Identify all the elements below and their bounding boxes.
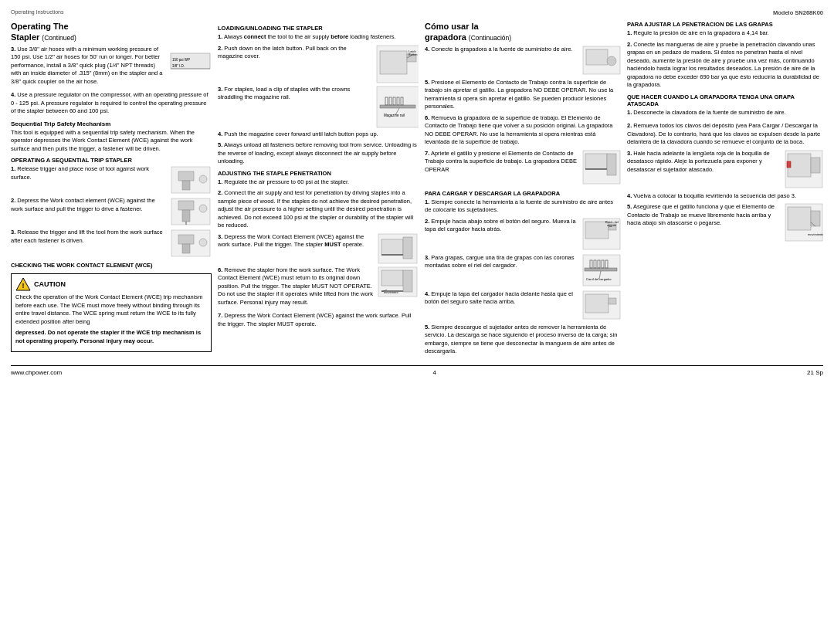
section-title-left: Operating The Stapler (Continued) xyxy=(11,21,212,43)
cargar-step2-diagram: Botón del seguro xyxy=(582,218,621,250)
sp-step-4: 4. Conecte la grapadora a la fuente de s… xyxy=(425,46,621,76)
svg-text:3/8" I.D.: 3/8" I.D. xyxy=(172,64,185,68)
spanish-title: Cómo usar la grapadora (Continuación) xyxy=(425,21,621,43)
sp-step4-diagram xyxy=(582,46,621,75)
op-step1-diagram xyxy=(171,165,211,195)
svg-rect-48 xyxy=(585,154,607,169)
svg-rect-58 xyxy=(585,268,617,271)
caution-triangle-icon: ! xyxy=(15,277,31,291)
svg-text:Magazine rail: Magazine rail xyxy=(384,114,405,117)
svg-rect-45 xyxy=(586,49,608,65)
svg-point-7 xyxy=(199,175,207,183)
que-hacer-step5-diagram: movimiento xyxy=(785,203,823,242)
svg-rect-50 xyxy=(607,154,616,175)
mid-column: LOADING/UNLOADING THE STAPLER 1. Always … xyxy=(218,21,419,359)
op-step3-diagram xyxy=(171,229,211,258)
main-content: Operating The Stapler (Continued) 3. Use… xyxy=(11,21,823,359)
op-step-3: 3. Release the trigger and lift the tool… xyxy=(11,229,212,258)
loading-step-2: 2. Push down on the latch button. Pull b… xyxy=(218,45,419,83)
svg-text:150 psi WP: 150 psi WP xyxy=(172,58,190,62)
svg-rect-10 xyxy=(182,210,190,222)
operating-instructions-label: Operating Instructions xyxy=(11,9,63,15)
svg-rect-15 xyxy=(182,244,190,253)
adjust-step-6: 6. Remove the stapler from the work surf… xyxy=(218,266,419,310)
svg-point-11 xyxy=(199,205,207,212)
cargar-step3-diagram: Carril del cargador xyxy=(582,254,621,286)
svg-rect-68 xyxy=(609,298,616,304)
model-label: Modelo SN268K00 xyxy=(773,9,823,16)
adjust-step-3: 3. Depress the Work Contact Element (WCE… xyxy=(218,233,419,264)
svg-rect-35 xyxy=(381,239,403,255)
svg-rect-39 xyxy=(381,270,403,286)
svg-rect-20 xyxy=(380,51,407,74)
operating-header: OPERATING A SEQUENTIAL TRIP STAPLER xyxy=(11,157,212,164)
loading-step-3: 3. For staples, load a clip of staples w… xyxy=(218,86,419,128)
svg-rect-75 xyxy=(811,211,820,226)
cargar-step-4: 4. Empuje la tapa del cargador hacia del… xyxy=(425,290,621,321)
svg-text:movimiento: movimiento xyxy=(808,232,823,236)
svg-rect-5 xyxy=(178,171,194,181)
left-column: Operating The Stapler (Continued) 3. Use… xyxy=(11,21,212,359)
svg-text:Button: Button xyxy=(409,53,418,56)
svg-rect-74 xyxy=(788,207,811,230)
caution-header: ! CAUTION xyxy=(15,277,207,291)
top-bar: Operating Instructions Modelo SN268K00 xyxy=(11,9,823,16)
hose-diagram: 150 psi WP 3/8" I.D. xyxy=(169,46,212,76)
que-hacer-header: QUE HACER CUANDO LA GRAPADORA TENGA UNA … xyxy=(627,93,823,107)
op-step-2: 2. Depress the Work contact element (WCE… xyxy=(11,197,212,226)
cargar-step-2: 2. Empuje hacia abajo sobre el botón del… xyxy=(425,218,621,252)
op-step2-diagram xyxy=(171,197,211,226)
step-3: 3. Use 3/8" air hoses with a minimum wor… xyxy=(11,46,212,90)
svg-point-16 xyxy=(199,239,207,246)
adjusting-title: ADJUSTING THE STAPLE PENETRATION xyxy=(218,170,419,177)
page-num-right: 21 Sp xyxy=(807,369,823,376)
svg-text:seguro: seguro xyxy=(607,223,617,227)
adjust-step3-diagram xyxy=(378,233,418,264)
sequential-title: Sequential Trip Safety Mechanism xyxy=(11,120,212,127)
loading-title: LOADING/UNLOADING THE STAPLER xyxy=(218,25,419,32)
svg-rect-6 xyxy=(182,181,190,190)
svg-rect-52 xyxy=(585,222,609,239)
op-step-1: 1. Release trigger and place nose of too… xyxy=(11,165,212,195)
cargar-step-3: 3. Para grapas, cargue una tira de grapa… xyxy=(425,254,621,288)
svg-point-46 xyxy=(607,56,616,66)
loading-step2-diagram: Latch Button xyxy=(376,45,419,83)
svg-rect-26 xyxy=(380,105,415,108)
spanish-col1: Cómo usar la grapadora (Continuación) 4.… xyxy=(425,21,621,359)
svg-rect-41 xyxy=(403,270,412,292)
que-hacer-step3-diagram xyxy=(785,150,823,188)
svg-text:movement: movement xyxy=(384,290,399,294)
cargar-step4-diagram xyxy=(582,290,621,320)
page: Operating Instructions Modelo SN268K00 O… xyxy=(0,0,834,644)
page-num-left: 4 xyxy=(432,369,436,376)
que-hacer-step-3: 3. Hale hacia adelante la lengüeta roja … xyxy=(627,150,823,190)
caution-label: CAUTION xyxy=(34,280,66,288)
que-hacer-step-5: 5. Asegúrese que el gatillo funciona y q… xyxy=(627,203,823,243)
sp-step-7: 7. Apriete el gatillo y presione el Elem… xyxy=(425,150,621,186)
website-label: www.chpower.com xyxy=(11,369,62,376)
que-hacer-step-1: 1. Desconecte la clavadora de la fuente … xyxy=(627,109,823,120)
svg-rect-67 xyxy=(585,294,609,313)
svg-text:!: ! xyxy=(22,282,25,290)
cargar-header: PARA CARGAR Y DESCARGAR LA GRAPADORA xyxy=(425,190,621,197)
spanish-columns: Cómo usar la grapadora (Continuación) 4.… xyxy=(425,21,823,359)
svg-rect-37 xyxy=(403,237,412,259)
spanish-col2: PARA AJUSTAR LA PENETRACION DE LAS GRAPA… xyxy=(627,21,823,359)
checking-header: CHECKING THE WORK CONTACT ELEMENT (WCE) xyxy=(11,262,212,269)
svg-rect-72 xyxy=(811,158,820,173)
svg-rect-71 xyxy=(787,161,791,168)
sp-step7-diagram xyxy=(582,150,621,185)
svg-text:Carril del cargador: Carril del cargador xyxy=(586,277,612,281)
magazine-diagram: Magazine rail xyxy=(376,86,419,128)
svg-rect-70 xyxy=(788,154,811,177)
svg-rect-9 xyxy=(178,201,194,210)
page-footer: www.chpower.com 4 21 Sp xyxy=(11,365,823,376)
svg-rect-14 xyxy=(178,235,194,244)
caution-box: ! CAUTION Check the operation of the Wor… xyxy=(11,273,212,352)
penetration-header: PARA AJUSTAR LA PENETRACION DE LAS GRAPA… xyxy=(627,21,823,28)
adjust-step6-diagram: movement xyxy=(378,266,418,297)
